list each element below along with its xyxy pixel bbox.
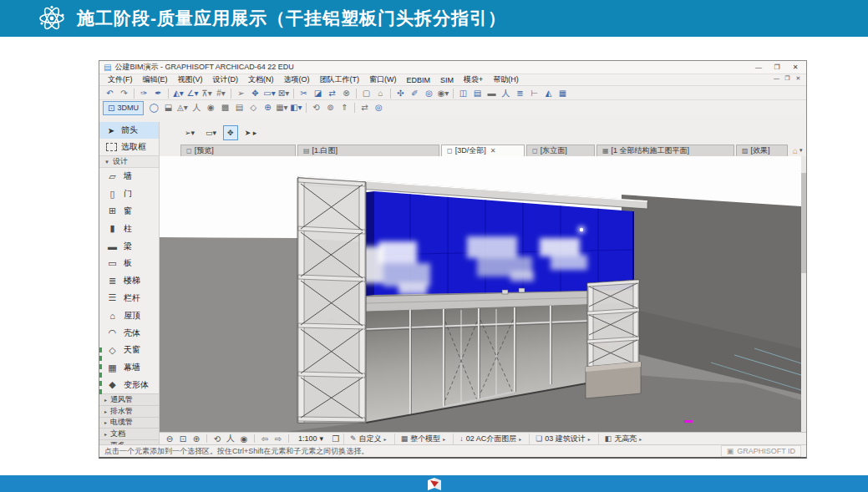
door-tool[interactable]: ▯ 门 (99, 185, 159, 203)
add-view-icon[interactable]: ⊕ (261, 102, 275, 114)
structure-display-select[interactable]: ▦ 整个模型 ▸ (394, 434, 452, 444)
zoom-out-icon[interactable]: ⊖ (164, 434, 175, 444)
box-icon[interactable]: ▢ (359, 87, 373, 99)
menu-options[interactable]: 选项(O) (279, 74, 315, 85)
window-tool[interactable]: ⊞ 窗 (99, 203, 159, 221)
mesh-panel-icon[interactable]: ▦ (556, 87, 570, 99)
group-ductwork[interactable]: ▸ 通风管 (99, 393, 159, 405)
menu-design[interactable]: 设计(D) (208, 74, 244, 85)
menu-modai[interactable]: 模袋+ (459, 74, 488, 85)
menu-window[interactable]: 窗口(W) (364, 74, 402, 85)
walk-mode-icon[interactable]: 人 (190, 102, 204, 114)
target-view-icon[interactable]: ⊚ (323, 102, 338, 114)
scale-select[interactable]: 1:100 ▾ (293, 434, 328, 443)
pan-mode-button[interactable]: ✥ (223, 125, 238, 140)
fit-in-window-icon[interactable]: ⊡ (177, 434, 189, 444)
toolbox-section-design[interactable]: ▼ 设计 (99, 155, 159, 168)
slab-tool[interactable]: ▭ 板 (99, 255, 159, 272)
renovation-icon[interactable]: ✣ (393, 87, 408, 99)
look-to-icon[interactable]: ◉ (238, 434, 250, 444)
adjust-icon[interactable]: ⇄ (325, 87, 339, 99)
menu-document[interactable]: 文档(N) (243, 74, 279, 85)
layer-combination-select[interactable]: ❏ 03 建筑设计 ▸ (529, 434, 596, 444)
explore-icon[interactable]: 人 (225, 434, 236, 444)
beam-tool[interactable]: ▬ 梁 (99, 237, 159, 255)
minimize-button[interactable]: — (749, 63, 768, 71)
pickup-parameters-icon[interactable]: ✑ (137, 87, 151, 99)
undo-icon[interactable]: ↶ (103, 87, 117, 99)
home-view-icon[interactable]: ⌂ (373, 87, 388, 99)
scrollbar-thumb[interactable] (801, 173, 806, 273)
curtain-wall-tool[interactable]: ▦ 幕墙 (99, 359, 159, 377)
tab-effect[interactable]: ▨ [效果] (736, 145, 788, 156)
camera-icon[interactable]: ◉▾ (436, 87, 450, 99)
window-tool-icon[interactable]: ◫ (456, 87, 470, 99)
close-button[interactable]: ✕ (786, 63, 805, 71)
stair-panel-icon[interactable]: ≣ (513, 87, 527, 99)
menu-file[interactable]: 文件(F) (103, 74, 138, 85)
redo-icon[interactable]: ↷ (117, 87, 131, 99)
pick-arrow-button[interactable]: ➤ ▸ (241, 125, 261, 140)
tab-home-button[interactable]: ⌂ ▾ (789, 145, 806, 156)
menu-edbim[interactable]: EDBIM (402, 76, 436, 84)
arrow-tool[interactable]: ➤ 箭头 (99, 122, 159, 139)
slab-panel-icon[interactable]: ▬ (485, 87, 499, 99)
toolbar-separator[interactable] (168, 89, 169, 99)
child-restore-button[interactable]: ❐ (782, 75, 793, 82)
qb-separator[interactable] (254, 434, 255, 443)
qb-separator[interactable] (206, 434, 207, 443)
wall-tool[interactable]: ▱ 墙 (99, 168, 159, 185)
marquee-mode-button[interactable]: ▭▾ (201, 125, 221, 140)
group-pipework[interactable]: ▸ 排水管 (99, 405, 159, 417)
viewport-scrollbar[interactable] (801, 156, 806, 432)
camera-path-icon[interactable]: ◬▾ (175, 102, 190, 114)
group-cabling[interactable]: ▸ 电缆管 (99, 417, 159, 429)
pen-set-select[interactable]: ✎ 自定义 ▸ (343, 434, 393, 444)
qb-separator[interactable] (288, 434, 289, 443)
graphisoft-id-button[interactable]: ▣ GRAPHISOFT ID (721, 445, 801, 457)
dimension-style-select[interactable]: ↓ 02 AC介面图层 ▸ (453, 434, 527, 444)
column-tool[interactable]: ▮ 柱 (99, 220, 159, 237)
marquee-tool[interactable]: 选取框 (99, 139, 159, 155)
roof-tool[interactable]: ⌂ 屋顶 (99, 307, 159, 324)
child-close-button[interactable]: ✕ (793, 75, 804, 82)
beam-panel-icon[interactable]: ⊢ (527, 87, 541, 99)
layers-panel-icon[interactable]: ▤ (232, 102, 246, 114)
skylight-tool[interactable]: ◇ 天窗 (99, 342, 159, 359)
cursor-snap-icon[interactable]: ➢ (234, 87, 248, 99)
tab-3d-all[interactable]: ◻ [3D/全部] ✕ (441, 145, 525, 156)
intersect-icon[interactable]: ⊗ (339, 87, 353, 99)
wall-panel-icon[interactable]: ▤ (470, 87, 485, 99)
snap-grid-icon[interactable]: #▾ (214, 87, 228, 99)
split-icon[interactable]: ◪ (311, 87, 325, 99)
tab-plan[interactable]: ▤ [1.白图] (297, 145, 439, 156)
viewport-3d[interactable] (160, 156, 801, 432)
marquee-options-icon[interactable]: ▭▾ (262, 87, 277, 99)
tab-preview[interactable]: ◻ [预览] (180, 145, 296, 156)
snap-guides-icon[interactable]: ∠▾ (185, 87, 200, 99)
child-minimize-button[interactable]: — (771, 75, 782, 82)
toolbar-separator[interactable] (356, 89, 357, 99)
previous-view-icon[interactable]: ⇦ (259, 434, 271, 444)
up-view-icon[interactable]: ⇑ (338, 102, 352, 114)
tab-layout[interactable]: ▦ [1 全部结构施工图平面] (596, 145, 734, 156)
menu-help[interactable]: 帮助(H) (488, 74, 524, 85)
globe-icon[interactable]: ◎ (422, 87, 436, 99)
render-settings-icon[interactable]: ▦▾ (275, 102, 289, 114)
roof-panel-icon[interactable]: ◭ (541, 87, 556, 99)
drag-icon[interactable]: ✥ (248, 87, 262, 99)
toolbar-separator[interactable] (134, 89, 135, 99)
gravity-icon[interactable]: ⊼▾ (200, 87, 214, 99)
brush-icon[interactable]: ✐ (408, 87, 422, 99)
arrow-mode-button[interactable]: ➢▾ (180, 125, 199, 140)
skylight-view-icon[interactable]: ◇ (246, 102, 261, 114)
railing-tool[interactable]: ☰ 栏杆 (99, 290, 159, 307)
trim-icon[interactable]: ✂ (297, 87, 311, 99)
group-document[interactable]: ▸ 文档 (99, 428, 159, 439)
marquee-3d-icon[interactable]: ◯ (147, 102, 161, 114)
highlight-select[interactable]: ◧ 无高亮 ▸ (598, 434, 648, 444)
guide-lines-icon[interactable]: ◭▾ (171, 87, 185, 99)
quick-options-icon[interactable]: ❒ (330, 434, 342, 444)
restore-button[interactable]: ❐ (768, 63, 786, 71)
tab-close-icon[interactable]: ✕ (490, 147, 496, 155)
